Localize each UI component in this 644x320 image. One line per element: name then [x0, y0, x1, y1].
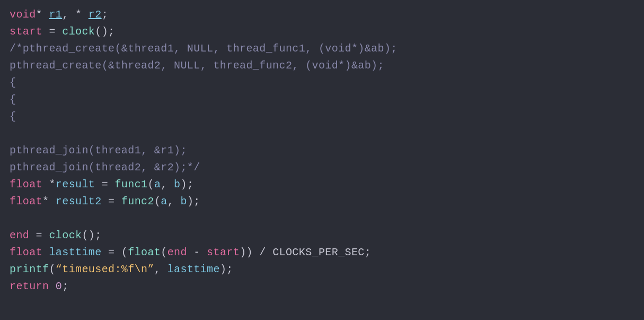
code-line-3: /*pthread_create(&thread1, NULL, thread_…: [10, 40, 634, 57]
code-line-13: [10, 210, 634, 227]
code-line-14: end = clock();: [10, 227, 634, 244]
code-line-5: {: [10, 74, 634, 91]
code-line-2: start = clock();: [10, 23, 634, 40]
code-line-11: float *result = func1(a, b);: [10, 176, 634, 193]
code-line-6: {: [10, 91, 634, 108]
code-line-15: float lasttime = (float(end - start)) / …: [10, 244, 634, 261]
code-line-9: pthread_join(thread1, &r1);: [10, 142, 634, 159]
code-line-16: printf(“timeused:%f\n”, lasttime);: [10, 261, 634, 278]
code-editor: void* r1, * r2; start = clock(); /*pthre…: [0, 0, 644, 320]
code-line-1: void* r1, * r2;: [10, 6, 634, 23]
code-line-4: pthread_create(&thread2, NULL, thread_fu…: [10, 57, 634, 74]
code-line-12: float* result2 = func2(a, b);: [10, 193, 634, 210]
code-line-7: {: [10, 108, 634, 125]
code-line-17: return 0;: [10, 278, 634, 295]
code-line-8: [10, 125, 634, 142]
code-line-10: pthread_join(thread2, &r2);*/: [10, 159, 634, 176]
